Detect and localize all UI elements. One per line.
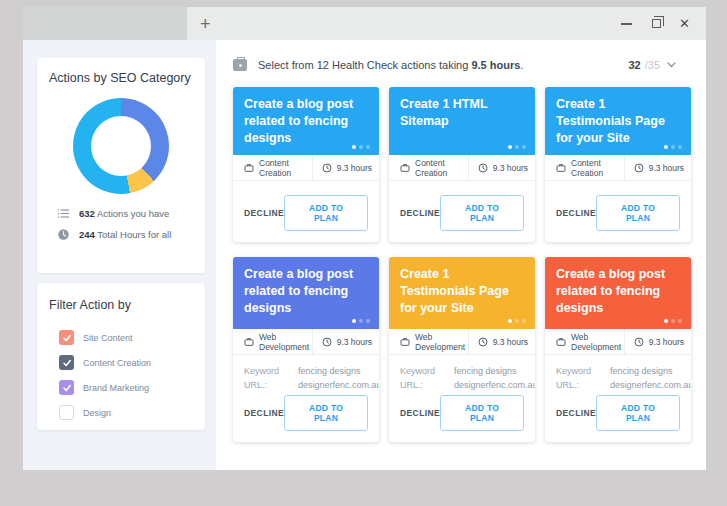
stat-actions-value: 632 — [79, 208, 95, 219]
restore-icon[interactable] — [652, 19, 661, 28]
card-body: Keywordfencing designs URL.:designerfenc… — [389, 355, 535, 395]
add-to-plan-button[interactable]: ADD TO PLAN — [596, 395, 680, 431]
card-hours: 9.3 hours — [337, 337, 372, 347]
briefcase-icon — [556, 337, 566, 347]
card-category: Content Creation — [259, 158, 312, 178]
briefcase-icon — [400, 337, 410, 347]
browser-tab[interactable] — [23, 7, 187, 40]
decline-button[interactable]: DECLINE — [556, 208, 596, 218]
filter-options: Site Content Content Creation Brand Mark… — [49, 325, 193, 425]
url-value: designerfenc.com.au — [610, 380, 691, 390]
card-title: Create a blog post related to fencing de… — [244, 267, 353, 315]
add-to-plan-button[interactable]: ADD TO PLAN — [284, 195, 368, 231]
card-header[interactable]: Create a blog post related to fencing de… — [233, 87, 379, 155]
decline-button[interactable]: DECLINE — [244, 208, 284, 218]
stat-hours-value: 244 — [79, 229, 95, 240]
app-content: Actions by SEO Category 632 Actions you … — [23, 40, 706, 470]
decline-button[interactable]: DECLINE — [400, 208, 440, 218]
stat-actions-text: 632 Actions you have — [79, 208, 169, 219]
checkbox-content-creation[interactable] — [59, 355, 74, 370]
minimize-icon[interactable] — [621, 23, 632, 25]
card-footer: DECLINE ADD TO PLAN — [389, 395, 535, 442]
carousel-dots[interactable] — [664, 145, 682, 149]
card-category: Content Creation — [571, 158, 624, 178]
card-header[interactable]: Create 1 Testimonials Page for your Site — [389, 257, 535, 329]
card-body — [545, 181, 691, 195]
main-header: Select from 12 Health Check actions taki… — [233, 54, 706, 76]
action-card: Create 1 Testimonials Page for your Site… — [389, 257, 535, 442]
browser-window: + ✕ Actions by SEO Category 632 Actions … — [23, 7, 706, 470]
carousel-dots[interactable] — [352, 319, 370, 323]
card-hours: 9.3 hours — [649, 337, 684, 347]
filter-option-design[interactable]: Design — [59, 400, 193, 425]
card-category: Web Development — [571, 332, 624, 352]
card-hours: 9.3 hours — [493, 163, 528, 173]
url-value: designerfenc.com.au — [454, 380, 535, 390]
add-to-plan-button[interactable]: ADD TO PLAN — [440, 395, 524, 431]
add-to-plan-button[interactable]: ADD TO PLAN — [596, 195, 680, 231]
decline-button[interactable]: DECLINE — [400, 408, 440, 418]
clock-icon — [478, 163, 488, 173]
carousel-dots[interactable] — [508, 145, 526, 149]
header-hours: 9.5 hours — [471, 59, 520, 71]
briefcase-icon — [233, 59, 247, 71]
card-meta: Content Creation 9.3 hours — [389, 155, 535, 181]
chart-card-title: Actions by SEO Category — [49, 71, 193, 85]
checkbox-design[interactable] — [59, 405, 74, 420]
briefcase-icon — [556, 163, 566, 173]
card-title: Create 1 HTML Sitemap — [400, 97, 487, 128]
filter-label: Content Creation — [83, 358, 151, 368]
decline-button[interactable]: DECLINE — [244, 408, 284, 418]
card-header[interactable]: Create a blog post related to fencing de… — [233, 257, 379, 329]
url-label: URL.: — [244, 380, 298, 390]
stat-actions-label: Actions you have — [97, 208, 169, 219]
card-header[interactable]: Create a blog post related to fencing de… — [545, 257, 691, 329]
filter-card: Filter Action by Site Content Content Cr… — [37, 283, 205, 430]
keyword-value: fencing designs — [454, 366, 517, 376]
card-meta: Web Development 9.3 hours — [545, 329, 691, 355]
card-hours: 9.3 hours — [493, 337, 528, 347]
chevron-down-icon[interactable] — [667, 62, 676, 68]
keyword-value: fencing designs — [610, 366, 673, 376]
action-card: Create a blog post related to fencing de… — [233, 257, 379, 442]
counter-current: 32 — [628, 59, 640, 71]
card-hours: 9.3 hours — [337, 163, 372, 173]
card-header[interactable]: Create 1 HTML Sitemap — [389, 87, 535, 155]
card-header[interactable]: Create 1 Testimonials Page for your Site — [545, 87, 691, 155]
action-card: Create 1 HTML Sitemap Content Creation 9… — [389, 87, 535, 242]
header-text: Select from 12 Health Check actions taki… — [258, 59, 523, 71]
carousel-dots[interactable] — [664, 319, 682, 323]
decline-button[interactable]: DECLINE — [556, 408, 596, 418]
card-hours: 9.3 hours — [649, 163, 684, 173]
stat-hours: 244 Total Hours for all — [49, 228, 193, 241]
card-category: Web Development — [259, 332, 312, 352]
add-to-plan-button[interactable]: ADD TO PLAN — [284, 395, 368, 431]
selection-counter[interactable]: 32 /35 — [628, 59, 676, 71]
filter-option-content-creation[interactable]: Content Creation — [59, 350, 193, 375]
checkbox-site-content[interactable] — [59, 330, 74, 345]
filter-option-brand-marketing[interactable]: Brand Marketing — [59, 375, 193, 400]
clock-icon — [634, 163, 644, 173]
action-card: Create a blog post related to fencing de… — [545, 257, 691, 442]
action-card: Create 1 Testimonials Page for your Site… — [545, 87, 691, 242]
close-icon[interactable]: ✕ — [679, 17, 690, 30]
filter-option-site-content[interactable]: Site Content — [59, 325, 193, 350]
card-meta: Content Creation 9.3 hours — [233, 155, 379, 181]
carousel-dots[interactable] — [508, 319, 526, 323]
stat-hours-text: 244 Total Hours for all — [79, 229, 171, 240]
url-label: URL.: — [556, 380, 610, 390]
carousel-dots[interactable] — [352, 145, 370, 149]
card-category: Web Development — [415, 332, 468, 352]
clock-icon — [322, 163, 332, 173]
card-body: Keywordfencing designs URL.:designerfenc… — [545, 355, 691, 395]
clock-icon — [57, 228, 70, 241]
donut-chart — [73, 98, 169, 194]
card-body: Keywordfencing designs URL.:designerfenc… — [233, 355, 379, 395]
clock-icon — [478, 337, 488, 347]
new-tab-button[interactable]: + — [200, 15, 211, 33]
card-title: Create 1 Testimonials Page for your Site — [556, 97, 665, 145]
card-body — [233, 181, 379, 195]
checkbox-brand-marketing[interactable] — [59, 380, 74, 395]
add-to-plan-button[interactable]: ADD TO PLAN — [440, 195, 524, 231]
briefcase-icon — [244, 337, 254, 347]
